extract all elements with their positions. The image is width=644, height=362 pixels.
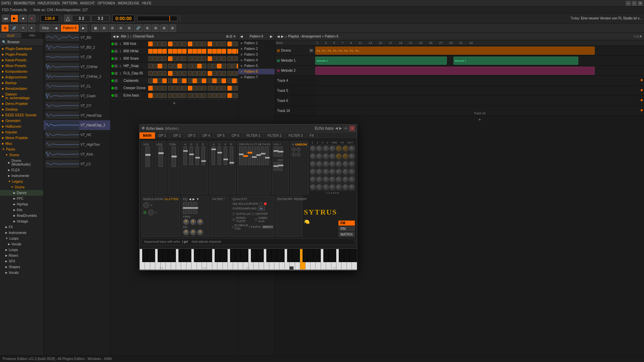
channel-name-0[interactable]: 808 Kick (123, 42, 147, 46)
step-btn-2-11[interactable] (202, 56, 206, 61)
step-btn-3-12[interactable] (208, 64, 212, 68)
menu-optionen[interactable]: OPTIONEN (98, 1, 115, 5)
eq-freq-knob1[interactable] (183, 219, 189, 225)
matrix-cell-4-2[interactable] (323, 176, 329, 183)
sytrus-tab-filter1[interactable]: FILTER 1 (243, 132, 264, 139)
channel-mute-btn-3[interactable] (115, 65, 117, 67)
sidebar-item-plugin-presets[interactable]: ▶Plugin-Presets (0, 52, 43, 57)
matrix-cell-5-5[interactable] (342, 183, 348, 191)
step-btn-2-15[interactable] (222, 56, 226, 61)
step-btn-7-9[interactable] (193, 93, 197, 98)
step-btn-0-12[interactable] (208, 42, 212, 46)
step-btn-1-8[interactable] (188, 49, 192, 54)
step-btn-4-5[interactable] (173, 71, 177, 76)
sidebar-item-drums-modeaudio[interactable]: ▶Drums (ModeAudio) (0, 158, 43, 167)
browser-item-vt-chihat[interactable]: VT_CHiHat (44, 62, 110, 72)
delete-btn[interactable]: ⊞ (160, 24, 168, 32)
matrix-cell-5-1[interactable] (316, 183, 322, 191)
sidebar-item-mixer-presets[interactable]: ▶Mixer-Presets (0, 63, 43, 69)
pt-fader[interactable] (252, 146, 256, 165)
step-btn-4-17[interactable] (232, 71, 236, 76)
step-btn-0-5[interactable] (173, 42, 177, 46)
step-btn-2-1[interactable] (153, 56, 157, 61)
step-btn-1-11[interactable] (202, 49, 206, 54)
matrix-cell-2-4[interactable] (336, 160, 342, 168)
adsr-a-release[interactable] (202, 146, 205, 165)
track-5[interactable]: Track 5 (275, 86, 315, 96)
step-btn-3-15[interactable] (222, 64, 226, 68)
step-btn-4-13[interactable] (212, 71, 217, 76)
sidebar-item-backup[interactable]: ▶Backup (0, 80, 43, 86)
step-btn-7-13[interactable] (212, 93, 217, 98)
sidebar-item-shapes[interactable]: ▶Shapes (0, 264, 43, 270)
sidebar-item-kompositionen[interactable]: ▶Kompositionen (0, 69, 43, 74)
step-btn-3-10[interactable] (197, 64, 202, 68)
step-btn-1-17[interactable] (232, 49, 236, 54)
eq-prev-btn[interactable]: ◀ (189, 197, 191, 201)
step-btn-0-13[interactable] (212, 42, 217, 46)
step-btn-4-3[interactable] (162, 71, 167, 76)
step-btn-6-7[interactable] (182, 86, 186, 90)
drums-mute-btn[interactable]: M (309, 49, 313, 53)
fm-btn[interactable]: FM (338, 221, 355, 226)
sytrus-tab-op3[interactable]: OP 3 (184, 132, 199, 139)
channel-name-5[interactable]: Castanets (123, 79, 147, 82)
step-btn-2-4[interactable] (168, 56, 172, 61)
adsr-a-decay[interactable] (190, 146, 193, 165)
step-btn-3-4[interactable] (168, 64, 172, 68)
sytrus-tab-filter2[interactable]: FILTER 2 (264, 132, 285, 139)
matrix-cell-5-4[interactable] (336, 183, 342, 191)
matrix-cell-4-4[interactable] (336, 176, 342, 183)
sytrus-tab-op1[interactable]: OP 1 (155, 132, 170, 139)
step-btn-2-0[interactable] (148, 56, 153, 61)
step-btn-6-6[interactable] (177, 86, 182, 90)
melodie1-pattern-block2[interactable]: Melodie 1 (453, 57, 578, 65)
step-btn-6-1[interactable] (153, 86, 157, 90)
menu-hinzufugen[interactable]: HINZUFÜGEN (38, 1, 60, 5)
step-btn-5-5[interactable] (173, 78, 177, 83)
channel-active-btn-3[interactable] (111, 65, 114, 67)
stamp-btn[interactable]: ✦ (28, 24, 35, 32)
matrix-cell-3-2[interactable] (323, 168, 329, 175)
sidebar-item-drums[interactable]: ▼Drums (0, 152, 43, 158)
step-btn-1-7[interactable] (182, 49, 186, 54)
oversampling-value[interactable]: 8x (258, 206, 265, 211)
step-btn-1-5[interactable] (173, 49, 177, 54)
menu-bar[interactable]: DATEI BEARBEITEN HINZUFÜGEN PATTERN ANSI… (1, 1, 152, 5)
step-btn-1-1[interactable] (153, 49, 157, 54)
step-btn-3-7[interactable] (182, 64, 186, 68)
step-btn-7-17[interactable] (232, 93, 236, 98)
sidebar-item-instrumente[interactable]: ▶Instrumente (0, 173, 43, 179)
browser-item-vt-handclap[interactable]: VT_HandClap (44, 111, 110, 120)
step-btn-2-3[interactable] (162, 56, 167, 61)
eq-freq-knob2[interactable] (190, 219, 196, 225)
step-btn-4-15[interactable] (222, 71, 226, 76)
channel-active-btn-7[interactable] (111, 94, 114, 97)
unison-knob3[interactable] (292, 153, 296, 157)
maximize-btn[interactable]: □ (632, 1, 637, 6)
step-btn-6-14[interactable] (217, 86, 221, 90)
sytrus-tab-op6[interactable]: OP 6 (228, 132, 243, 139)
sidebar-item-sfx[interactable]: ▶SFX (0, 258, 43, 264)
step-btn-1-3[interactable] (162, 49, 167, 54)
step-btn-6-5[interactable] (173, 86, 177, 90)
matrix-cell-2-0[interactable] (310, 160, 316, 168)
stop-btn[interactable]: ■ (19, 15, 27, 22)
step-btn-0-17[interactable] (232, 42, 236, 46)
step-btn-4-2[interactable] (158, 71, 162, 76)
step-btn-5-14[interactable] (217, 78, 221, 83)
matrix-cell-4-1[interactable] (316, 176, 322, 183)
playlist-forward-btn[interactable]: ▶ (281, 35, 284, 38)
step-btn-5-6[interactable] (177, 78, 182, 83)
minimize-btn[interactable]: ─ (626, 1, 631, 6)
ton-fader[interactable] (172, 147, 176, 167)
step-btn-6-17[interactable] (232, 86, 236, 90)
step-btn-7-0[interactable] (148, 93, 153, 98)
step-btn-7-7[interactable] (182, 93, 186, 98)
step-btn-0-4[interactable] (168, 42, 172, 46)
sidebar-item-instrumente2[interactable]: ▶Instrumente (0, 230, 43, 236)
step-btn-6-11[interactable] (202, 86, 206, 90)
step-btn-7-6[interactable] (177, 93, 182, 98)
browser-item-vt-kick[interactable]: VT_Kick (44, 149, 110, 159)
channel-active-btn-4[interactable] (111, 72, 114, 75)
